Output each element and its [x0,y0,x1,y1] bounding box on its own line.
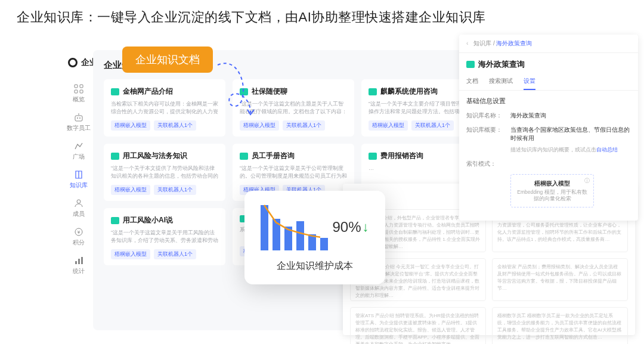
svg-point-7 [77,200,80,203]
kb-card-title: 员工手册咨询 [252,151,295,161]
folder-icon [369,153,377,160]
auto-summary-link[interactable]: 自动总结 [596,147,618,153]
kb-card[interactable]: 金柚网产品介绍 当检索以下相关内容可以使用：金柚网是一家综合性的人力资源公司，提… [104,79,225,137]
kb-summary-value: 当查询各个国家地区政策信息、节假日信息的时候有用 [510,126,631,142]
section-heading: 基础信息设置 [466,97,631,106]
card-chip: 关联机器人1个 [154,185,196,195]
card-chip: 关联机器人1个 [411,120,454,131]
trend-line [261,204,320,250]
folder-icon [369,88,377,95]
back-icon[interactable]: ‹ [466,40,468,47]
detail-tabs: 文档 搜索测试 设置 [459,73,638,91]
detail-panel: ‹ 知识库 / 海外政策查询 海外政策查询 文档 搜索测试 设置 基础信息设置 … [459,35,638,221]
brand-logo-icon [68,58,78,67]
coin-icon: ¥ [73,227,84,237]
dashboard-icon [73,83,84,94]
metric-caption: 企业知识维护成本 [256,260,373,272]
svg-rect-11 [78,259,80,264]
page-headline: 企业知识库：一键导入企业沉淀的线下文档，由AI协助整理快速搭建企业知识库 [17,8,486,26]
callout-tag: 企业知识文档 [122,47,213,73]
kb-card-desc: "这是一个关于这篇文章是关于公司管理制度的。公司管理制度是用来规范公司员工行为和… [240,165,347,180]
card-chip: 关联机器人1个 [283,120,325,131]
card-chip: 梧桐嵌入模型 [111,120,150,131]
model-subtitle: Embedding 模型，用于私有数据的向量化检索 [517,189,587,202]
svg-rect-1 [80,85,83,88]
kb-card-title: 用工风险小AI说 [123,215,173,225]
index-mode-label: 索引模式： [466,160,503,168]
kb-name-label: 知识库名称： [466,111,503,120]
snippet-card[interactable]: 梧桐数字员工 梧桐数字员工是一款为企业的员工定址系统，增强企业的服务能力，为员工… [492,307,628,344]
robot-icon [73,112,84,123]
sidebar: 概览 数字员工 广场 知识库 成员 ¥ 积分 统计 [64,50,93,330]
down-arrow-icon: ↓ [363,219,369,235]
kb-card-title: 用工风险与法务知识 [123,151,187,161]
breadcrumb: ‹ 知识库 / 海外政策查询 [459,35,638,53]
stats-icon [73,255,84,266]
tab-settings[interactable]: 设置 [524,73,535,90]
kb-name-value: 海外政策查询 [510,111,631,120]
svg-point-5 [77,117,78,119]
card-chip: 梧桐嵌入模型 [369,120,408,131]
snippet-card[interactable]: 管家ATS 产品介绍 招聘管理系统。为HR提供全流程的招聘管理工具。为企业提供更… [350,307,486,344]
kb-card[interactable]: 用工风险与法务知识 "这是一个关于本文提供了与劳动风险和法律知识相关的各种主题的… [104,144,225,201]
breadcrumb-parent[interactable]: 知识库 [473,40,491,47]
card-chip: 关联机器人1个 [154,120,196,131]
folder-icon [111,217,119,224]
kb-card[interactable]: 用工风险小AI说 "这是一个关于这篇文章是关于用工风险的法务知识库，介绍了劳动关… [104,208,225,265]
folder-icon [240,153,248,160]
folder-icon [111,88,119,95]
tab-search-test[interactable]: 搜索测试 [489,73,513,90]
mini-bar-chart [261,204,320,250]
card-chip: 关联机器人1个 [154,249,196,259]
tab-docs[interactable]: 文档 [466,73,478,90]
nav-knowledge[interactable]: 知识库 [70,169,88,190]
model-option[interactable]: ⓘ 梧桐嵌入模型 Embedding 模型，用于私有数据的向量化检索 [510,174,594,207]
detail-title: 海外政策查询 [478,59,525,70]
kb-summary-label: 知识库概要： [466,126,503,142]
nav-stats[interactable]: 统计 [73,255,85,275]
folder-icon [111,153,119,160]
svg-rect-12 [81,257,83,264]
callout-arrow [215,50,334,122]
snippet-card[interactable]: 金柚管家 产品类别；费用报销类别、解决企业人员全流程及财产报销使用一站式外包服务… [492,258,628,301]
card-chip: 梧桐嵌入模型 [240,120,279,131]
member-icon [73,198,84,209]
svg-rect-4 [75,116,82,121]
nav-members[interactable]: 成员 [73,198,85,218]
kb-card-title: 金柚网产品介绍 [123,86,173,97]
book-icon [73,169,84,180]
info-icon[interactable]: ⓘ [584,177,590,185]
kb-card-title: 麒麟系统使用咨询 [380,86,438,97]
folder-icon [466,61,475,68]
kb-card-desc: "这是一个关于本文提供了与劳动风险和法律知识相关的各种主题的信息，包括劳动合同的… [111,165,218,180]
card-chip: 梧桐嵌入模型 [111,185,150,195]
svg-point-6 [79,117,80,119]
kb-card-desc: "这是一个关于这篇文章是关于用工风险的法务知识库，介绍了劳动关系、劳务派遣和劳动… [111,229,218,244]
summary-hint: 描述知识库内知识的概要，或试点击自动总结 [466,146,631,154]
svg-rect-0 [75,85,78,88]
nav-overview[interactable]: 概览 [73,83,85,104]
percent-value: 90%↓ [332,219,369,235]
nav-digital-staff[interactable]: 数字员工 [67,112,91,132]
svg-rect-2 [75,90,78,93]
kb-card-desc: 当检索以下相关内容可以使用：金柚网是一家综合性的人力资源公司，提供定制化的人力资… [111,100,218,116]
svg-text:¥: ¥ [77,230,80,235]
svg-rect-10 [75,261,77,264]
metric-popup: 90%↓ 企业知识维护成本 [244,191,385,284]
plaza-icon [73,141,84,151]
model-title: 梧桐嵌入模型 [517,179,587,188]
kb-card-title: 费用报销咨询 [380,151,423,161]
nav-points[interactable]: ¥ 积分 [73,227,85,247]
svg-rect-3 [80,90,83,93]
breadcrumb-current: 海外政策查询 [496,40,532,47]
nav-plaza[interactable]: 广场 [73,141,85,161]
card-chip: 梧桐嵌入模型 [111,249,150,259]
